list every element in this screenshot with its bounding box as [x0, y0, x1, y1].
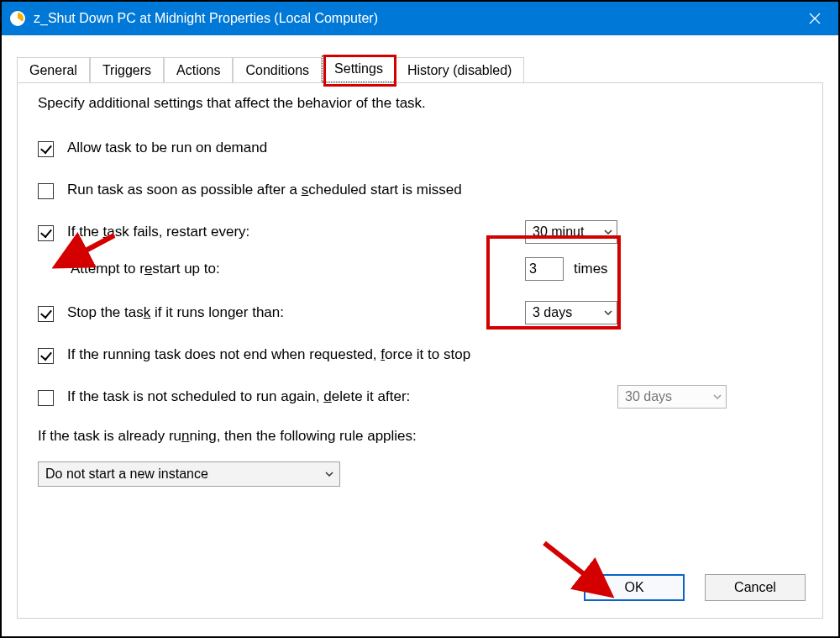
window-title: z_Shut Down PC at Midnight Properties (L… — [34, 11, 378, 26]
delete-after-group: 30 days — [617, 385, 727, 409]
tabbar: General Triggers Actions Conditions Sett… — [2, 35, 838, 82]
label-allow-on-demand: Allow task to be run on demand — [67, 140, 267, 156]
close-icon — [809, 13, 821, 24]
intro-text: Specify additional settings that affect … — [38, 95, 806, 112]
label-restart-every: If the task fails, restart every: — [67, 224, 249, 240]
input-attempt-count[interactable]: 3 — [525, 257, 564, 281]
checkbox-run-after-missed[interactable] — [38, 183, 54, 199]
combo-stop-longer[interactable]: 3 days — [525, 301, 617, 324]
checkbox-allow-on-demand[interactable] — [38, 141, 54, 157]
tab-settings[interactable]: Settings — [322, 55, 396, 82]
chevron-down-icon — [603, 227, 613, 237]
tab-history[interactable]: History (disabled) — [396, 57, 524, 83]
tab-actions[interactable]: Actions — [164, 57, 233, 83]
tab-conditions[interactable]: Conditions — [233, 57, 322, 83]
row-delete-after: If the task is not scheduled to run agai… — [38, 386, 806, 408]
chevron-down-icon — [603, 308, 613, 318]
titlebar: z_Shut Down PC at Midnight Properties (L… — [2, 2, 838, 35]
stop-longer-group: 3 days — [525, 301, 617, 324]
combo-delete-after: 30 days — [617, 385, 727, 409]
dialog-footer: OK Cancel — [584, 574, 806, 601]
row-force-stop: If the running task does not end when re… — [38, 344, 806, 366]
checkbox-force-stop[interactable] — [38, 348, 54, 364]
label-times: times — [574, 261, 608, 277]
checkbox-restart-every[interactable] — [38, 225, 54, 241]
tab-triggers[interactable]: Triggers — [90, 57, 164, 83]
task-scheduler-icon — [10, 11, 25, 26]
combo-running-rule[interactable]: Do not start a new instance — [38, 461, 340, 487]
attempt-count-group: 3 times — [525, 257, 608, 281]
ok-button[interactable]: OK — [584, 574, 685, 601]
chevron-down-icon — [324, 469, 334, 479]
chevron-down-icon — [712, 392, 722, 402]
settings-panel: Specify additional settings that affect … — [17, 82, 823, 619]
row-restart-every: If the task fails, restart every: 30 min… — [38, 221, 806, 243]
label-attempt-count: Attempt to restart up to: — [71, 261, 220, 277]
combo-restart-interval[interactable]: 30 minut — [525, 220, 617, 244]
label-stop-longer: Stop the task if it runs longer than: — [67, 304, 284, 321]
row-attempt-count: Attempt to restart up to: 3 times — [38, 258, 806, 280]
row-stop-longer: Stop the task if it runs longer than: 3 … — [38, 302, 806, 324]
label-delete-after: If the task is not scheduled to run agai… — [67, 388, 410, 405]
tab-general[interactable]: General — [17, 57, 90, 83]
close-button[interactable] — [791, 2, 838, 35]
row-allow-on-demand: Allow task to be run on demand — [38, 137, 806, 159]
restart-interval-group: 30 minut — [525, 220, 617, 244]
label-running-rule: If the task is already running, then the… — [38, 428, 806, 445]
checkbox-delete-after[interactable] — [38, 390, 54, 406]
label-run-after-missed: Run task as soon as possible after a sch… — [67, 182, 462, 198]
row-run-after-missed: Run task as soon as possible after a sch… — [38, 179, 806, 201]
label-force-stop: If the running task does not end when re… — [67, 346, 470, 363]
cancel-button[interactable]: Cancel — [705, 574, 806, 601]
checkbox-stop-longer[interactable] — [38, 306, 54, 322]
